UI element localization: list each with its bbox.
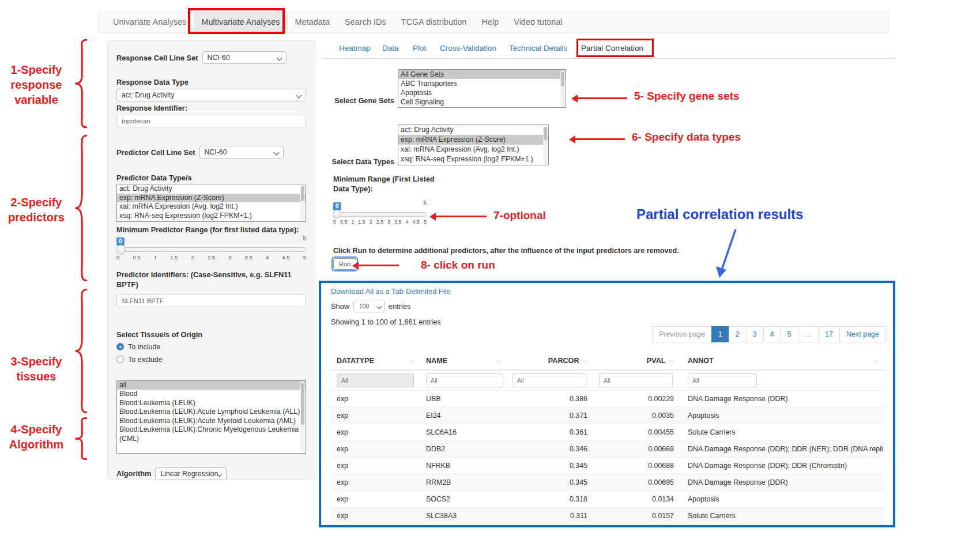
show-label: Show [331, 302, 349, 311]
nav-tcga-distribution[interactable]: TCGA distribution [394, 12, 474, 32]
list-item[interactable]: act: Drug Activity [398, 125, 548, 135]
nav-metadata[interactable]: Metadata [288, 12, 337, 32]
table-row[interactable]: expNFRKB 0.3450.00688 DNA Damage Respons… [331, 457, 883, 474]
page-button-4[interactable]: 4 [763, 326, 781, 342]
list-item-selected[interactable]: exp: mRNA Expression (Z-Score) [117, 194, 306, 203]
list-item-selected[interactable]: all [117, 381, 306, 390]
nav-help[interactable]: Help [474, 12, 506, 32]
slider-ticks: 00.511.522.533.544.55 [333, 219, 427, 225]
tissue-exclude-radio[interactable] [116, 356, 124, 363]
response-identifier-input[interactable] [116, 115, 306, 127]
list-item[interactable]: Blood:Leukemia (LEUK):Acute Myeloid Leuk… [117, 417, 306, 426]
list-item[interactable]: act: Drug Activity [117, 184, 306, 194]
list-item[interactable]: Blood:Leukemia (LEUK):Chronic Myelogenou… [117, 425, 306, 443]
slider-track[interactable] [116, 247, 306, 252]
tab-data[interactable]: Data [382, 44, 399, 52]
tissue-list[interactable]: all Blood Blood:Leukemia (LEUK) Blood:Le… [116, 380, 306, 454]
column-header-pval[interactable]: PVAL [593, 357, 680, 365]
entries-count-select[interactable]: 100 [353, 300, 385, 312]
scrollbar[interactable] [300, 382, 305, 452]
list-item[interactable]: Blood:Leukemia (LEUK) [117, 399, 306, 408]
table-row[interactable]: expEI24 0.3710.0035 Apoptosis [331, 407, 883, 424]
page-button-2[interactable]: 2 [729, 326, 747, 342]
tab-cross-validation[interactable]: Cross-Validation [440, 44, 496, 52]
response-cell-line-select[interactable]: NCI-60 [202, 51, 287, 64]
annotation-step8: 8- click on run [421, 259, 495, 271]
sort-icon[interactable] [496, 357, 502, 364]
table-row[interactable]: expUBB 0.3860.00229 DNA Damage Response … [331, 390, 883, 407]
page-button-3[interactable]: 3 [746, 326, 764, 342]
column-header-name[interactable]: NAME [420, 357, 507, 365]
filter-pval-input[interactable] [599, 373, 673, 387]
annotation-results-title: Partial correlation results [636, 206, 803, 222]
predictor-data-types-list[interactable]: act: Drug Activity exp: mRNA Expression … [116, 184, 306, 222]
predictor-identifiers-input[interactable] [116, 295, 306, 307]
list-item[interactable]: ABC Transporters [398, 79, 566, 88]
scrollbar[interactable] [300, 185, 305, 221]
predictor-cell-line-select[interactable]: NCI-60 [199, 146, 284, 158]
slider-value-badge: 0 [333, 202, 341, 210]
sort-icon[interactable] [410, 357, 415, 364]
filter-datatype-input[interactable] [337, 373, 414, 387]
tissue-include-radio[interactable] [116, 343, 124, 350]
slider-handle[interactable] [333, 210, 341, 218]
arrow-left-icon [575, 138, 625, 140]
slider-track[interactable] [333, 212, 427, 217]
filter-parcor-input[interactable] [512, 373, 586, 387]
list-item[interactable]: Blood [117, 390, 306, 399]
scrollbar[interactable] [560, 70, 565, 107]
table-row[interactable]: expRRM2B 0.3450.00695 DNA Damage Respons… [331, 474, 883, 490]
table-row[interactable]: expSOCS2 0.3180.0134 Apoptosis [331, 490, 883, 507]
column-header-annot[interactable]: ANNOT [680, 357, 883, 365]
list-item-selected[interactable]: exp: mRNA Expression (Z-Score) [398, 135, 548, 145]
chevron-down-icon [377, 304, 382, 309]
page-button-1[interactable]: 1 [711, 326, 729, 342]
data-types-label: Select Data Types [318, 157, 394, 166]
list-item[interactable]: xai: mRNA Expression (Avg. log2 Int.) [398, 145, 548, 154]
list-item[interactable]: xsq: RNA-seq Expression (log2 FPKM+1.) [398, 154, 548, 164]
predictor-data-types-label: Predictor Data Type/s [116, 173, 306, 182]
gene-sets-list[interactable]: All Gene Sets ABC Transporters Apoptosis… [398, 69, 566, 108]
filter-name-input[interactable] [426, 373, 503, 387]
download-all-link[interactable]: Download All as a Tab-Delimited File [331, 287, 450, 296]
show-entries-control: Show 100 entries [331, 300, 410, 312]
nav-multivariate-analyses[interactable]: Multivariate Analyses [194, 12, 287, 32]
predictor-identifiers-label: Predictor Identifiers: (Case-Sensitive, … [116, 270, 306, 290]
list-item[interactable]: Blood:Leukemia (LEUK):Acute Lymphoid Leu… [117, 407, 306, 417]
table-row[interactable]: expSLC38A3 0.3110.0157 Solute Carriers [331, 507, 883, 524]
algorithm-select[interactable]: Linear Regression [155, 467, 227, 480]
column-header-datatype[interactable]: DATATYPE [331, 357, 420, 365]
scrollbar[interactable] [543, 126, 548, 164]
slider-ticks: 00.511.522.533.544.55 [116, 254, 306, 261]
previous-page-button[interactable]: Previous page [652, 326, 712, 342]
min-predictor-range-slider: 0 5 00.511.522.533.544.55 [116, 235, 306, 261]
next-page-button[interactable]: Next page [839, 326, 886, 342]
sort-icon[interactable] [669, 357, 674, 364]
slider-value-badge: 0 [116, 237, 125, 246]
response-data-type-select[interactable]: act: Drug Activity [116, 89, 306, 101]
tab-partial-correlation[interactable]: Partial Correlation [581, 44, 643, 52]
tab-technical-details[interactable]: Technical Details [509, 44, 567, 52]
nav-video-tutorial[interactable]: Video tutorial [506, 12, 570, 32]
data-types-list[interactable]: act: Drug Activity exp: mRNA Expression … [398, 124, 549, 165]
filter-annot-input[interactable] [688, 373, 757, 387]
slider-handle[interactable] [116, 245, 126, 255]
list-item-selected[interactable]: All Gene Sets [398, 70, 566, 79]
nav-univariate-analyses[interactable]: Univariate Analyses [105, 12, 194, 32]
nav-search-ids[interactable]: Search IDs [337, 12, 394, 32]
page-button-17[interactable]: 17 [818, 326, 840, 342]
page-button-5[interactable]: 5 [781, 326, 798, 342]
annotation-step7: 7-optional [493, 209, 546, 222]
list-item[interactable]: Cell Signaling [398, 97, 566, 107]
list-item[interactable]: xai: mRNA Expression (Avg. log2 Int.) [117, 202, 306, 212]
sort-icon[interactable] [583, 357, 588, 364]
table-row[interactable]: expDDB2 0.3460.00669 DNA Damage Response… [331, 440, 883, 457]
tab-plot[interactable]: Plot [413, 44, 426, 52]
brace-icon [73, 133, 88, 284]
sort-icon[interactable] [873, 357, 878, 364]
list-item[interactable]: Apoptosis [398, 88, 566, 97]
tab-heatmap[interactable]: Heatmap [339, 44, 371, 52]
table-row[interactable]: expSLC6A16 0.3610.00455 Solute Carriers [331, 424, 883, 440]
list-item[interactable]: xsq: RNA-seq Expression (log2 FPKM+1.) [117, 212, 306, 221]
column-header-parcor[interactable]: PARCOR [507, 357, 593, 365]
